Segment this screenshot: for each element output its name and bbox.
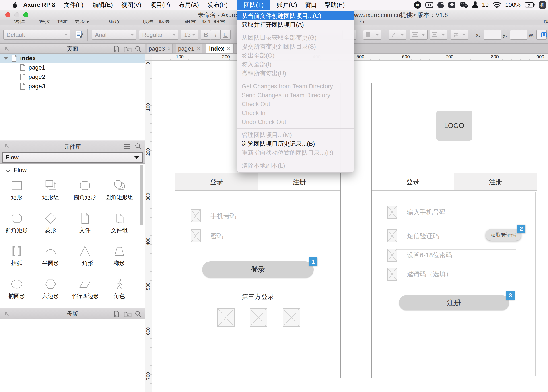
widget-section-flow[interactable]: Flow [6,167,27,174]
underline-button[interactable]: U [221,30,230,40]
phone-field-placeholder[interactable]: 输入手机号码 [407,206,446,218]
login-submit-button[interactable]: 登录 [202,261,314,278]
invite-code-field-placeholder[interactable]: 邀请码（选填） [407,268,452,280]
third-party-icon-placeholder-1[interactable] [217,308,235,327]
tool-ungroup-label[interactable]: 取消 组合 [201,20,225,25]
menu-team[interactable]: 团队(T) [237,0,271,10]
widget-rounded-rectangle-group[interactable]: 圆角矩形组 [103,176,136,201]
tool-right-label[interactable]: 右 [359,20,365,25]
shape-style-select[interactable] [363,30,382,40]
minimize-window-button[interactable] [14,12,19,17]
close-tab-icon[interactable]: × [197,45,200,52]
third-party-icon-placeholder-2[interactable] [250,308,267,327]
widget-trapezoid[interactable]: 梯形 [103,242,136,267]
bold-button[interactable]: B [201,30,211,40]
tab-register[interactable]: 注册 [454,174,537,190]
phone-field-icon-placeholder[interactable] [387,206,397,218]
password-field-placeholder[interactable]: 密码 [210,230,223,242]
add-master-icon[interactable] [113,310,120,317]
tool-connect-label[interactable]: 连接 [39,20,50,25]
tab-register[interactable]: 注册 [258,174,340,190]
tab-page3[interactable]: page3× [147,44,173,54]
invite-code-field-icon-placeholder[interactable] [387,268,397,280]
wifi-icon[interactable] [493,1,501,8]
tool-back-label[interactable]: 底层 [159,20,170,25]
password-field-placeholder[interactable]: 设置6-18位密码 [407,249,452,262]
tab-login[interactable]: 登录 [175,174,258,190]
third-party-icon-placeholder-3[interactable] [283,308,300,327]
widget-rectangle[interactable]: 矩形 [0,176,34,201]
sms-code-field-placeholder[interactable]: 短信验证码 [407,230,439,242]
italic-button[interactable]: I [211,30,221,40]
password-field-icon-placeholder[interactable] [191,230,201,242]
annotation-badge-1[interactable]: 1 [309,257,318,266]
tool-select-label[interactable]: 选择 [14,20,25,25]
add-folder-icon[interactable] [124,46,132,53]
list-options-icon[interactable] [124,143,131,149]
edit-style-icon[interactable] [75,30,84,39]
collapse-panel-icon[interactable] [4,46,10,52]
library-select[interactable]: Flow [2,152,143,162]
widget-parallelogram[interactable]: 平行四边形 [68,275,102,300]
diamond-app-icon[interactable] [448,1,455,8]
get-code-button[interactable]: 获取验证码 [486,229,521,241]
search-icon[interactable] [135,45,142,53]
add-folder-icon[interactable] [124,311,132,317]
bracket-app-icon[interactable] [425,2,433,8]
add-page-icon[interactable] [113,45,120,53]
tab-index[interactable]: index× [206,44,234,54]
widget-semicircle[interactable]: 半圆形 [34,242,67,267]
tool-front-label[interactable]: 顶层 [142,20,153,25]
tool-preview-label[interactable]: 预 [543,20,548,25]
menu-file[interactable]: 文件(F) [64,0,83,10]
collapse-panel-icon[interactable] [4,143,10,149]
font-size-select[interactable]: 13 [181,30,198,40]
distribute-select[interactable] [430,30,447,40]
menu-account[interactable]: 账户(C) [277,0,297,10]
align-select[interactable] [410,30,428,40]
widget-ellipse[interactable]: 椭圆形 [0,275,34,300]
arrange-select[interactable] [451,30,468,40]
tool-zoom-label[interactable]: 缩放 [109,20,120,25]
page-row-page2[interactable]: page2 [0,72,145,82]
style-select[interactable]: Default [3,30,70,40]
page-row-page1[interactable]: page1 [0,63,145,72]
expand-arrow-icon[interactable] [4,57,8,60]
widget-file[interactable]: 文件 [68,209,102,234]
password-field-icon-placeholder[interactable] [387,249,397,262]
menu-help[interactable]: 帮助(H) [324,0,345,10]
close-tab-icon[interactable]: × [167,45,171,52]
menu-edit[interactable]: 编辑(E) [93,0,113,10]
logo-placeholder[interactable]: LOGO [436,111,472,141]
tool-more-label[interactable]: 更多 [74,20,89,25]
menu-item-get-open-team-project[interactable]: 获取并打开团队项目(A) [237,20,354,29]
tool-pen-label[interactable]: 钢笔 [57,20,69,25]
widget-panel-scrollbar[interactable] [140,165,143,225]
widget-actor[interactable]: 角色 [103,275,136,300]
tab-page1[interactable]: page1× [176,44,202,54]
page-row-index[interactable]: index [0,54,145,63]
widget-triangle[interactable]: 三角形 [68,242,102,267]
widget-beveled-rectangle[interactable]: 斜角矩形 [0,209,34,234]
link-dimensions-icon[interactable] [541,32,547,37]
menu-window[interactable]: 窗口 [305,0,317,10]
phone-field-icon-placeholder[interactable] [191,209,201,222]
close-tab-icon[interactable]: × [227,45,230,52]
x-coordinate-input[interactable] [484,30,501,40]
close-window-button[interactable] [5,12,10,17]
menu-view[interactable]: 视图(V) [121,0,141,10]
annotation-badge-3[interactable]: 3 [506,291,514,300]
zoom-window-button[interactable] [23,12,28,17]
tool-group-label[interactable]: 组合 [185,20,196,25]
wechat-icon[interactable] [459,1,468,8]
widget-diamond[interactable]: 菱形 [34,209,67,234]
search-icon[interactable] [135,143,142,150]
creative-cloud-icon[interactable]: ∞ [414,1,421,9]
search-icon[interactable] [135,310,142,317]
sms-code-field-icon-placeholder[interactable] [387,230,397,242]
widget-rounded-rectangle[interactable]: 圆角矩形 [68,176,102,201]
menu-layout[interactable]: 布局(A) [179,0,199,10]
menu-item-browse-team-history[interactable]: 浏览团队项目历史记录...(B) [237,139,354,148]
phone-field-placeholder[interactable]: 手机号码 [210,209,236,222]
font-family-select[interactable]: Arial [92,30,136,40]
